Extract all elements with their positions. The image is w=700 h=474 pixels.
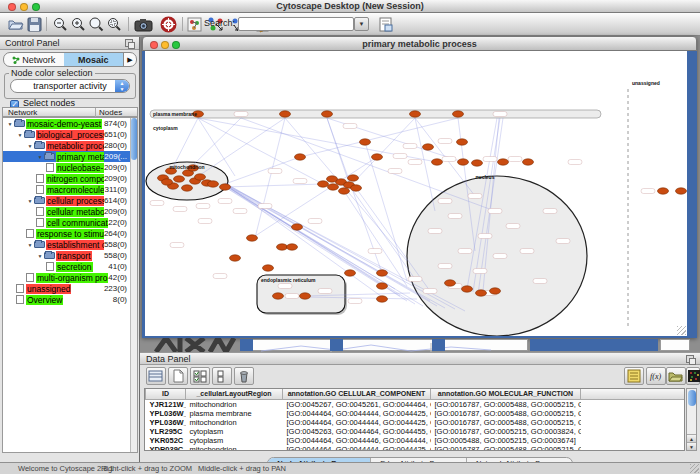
node[interactable] <box>423 144 434 150</box>
node[interactable] <box>300 293 311 299</box>
node[interactable] <box>339 188 350 194</box>
node[interactable] <box>458 159 469 165</box>
window-resize-grip[interactable] <box>677 326 686 335</box>
column-header[interactable]: _cellularLayoutRegion <box>186 389 283 399</box>
node[interactable] <box>345 270 356 276</box>
plasma-membrane-region[interactable] <box>150 110 601 118</box>
node[interactable] <box>523 159 534 165</box>
node[interactable] <box>322 111 333 117</box>
table-scrollbar-thumb[interactable] <box>688 390 696 406</box>
table-row[interactable]: YJR121W__1mitochondrion[GO:0045267, GO:0… <box>146 399 686 409</box>
tree-row[interactable]: ▼transport558(0) <box>3 250 137 261</box>
edge[interactable] <box>225 184 323 187</box>
expander-icon[interactable]: ▼ <box>36 253 44 259</box>
node[interactable] <box>360 139 371 145</box>
search-dropdown-icon[interactable]: ▼ <box>354 17 369 31</box>
attribute-select-icon[interactable] <box>146 367 166 385</box>
save-icon[interactable] <box>26 16 43 33</box>
column-header[interactable]: annotation.GO MOLECULAR_FUNCTION <box>431 389 581 399</box>
table-row[interactable]: YDR039C__1mitochondrion[GO:0044464, GO:0… <box>146 445 686 452</box>
expander-icon[interactable]: ▼ <box>26 242 34 248</box>
tab-overflow-arrow-icon[interactable]: ▶ <box>123 53 136 66</box>
network-canvas[interactable]: plasma membranecytoplasmmitochondrionnuc… <box>145 51 687 336</box>
node[interactable] <box>676 188 687 194</box>
node[interactable] <box>287 244 298 250</box>
select-attributes-icon[interactable] <box>190 367 210 385</box>
network-manager-icon[interactable] <box>186 16 203 33</box>
node[interactable] <box>263 265 274 271</box>
tree-row[interactable]: ▼mosaic-demo-yeast874(0) <box>3 118 137 129</box>
tree-row[interactable]: unassigned223(0) <box>3 283 137 294</box>
node[interactable] <box>280 111 291 117</box>
expander-icon[interactable]: ▼ <box>26 198 34 204</box>
zoom-in-icon[interactable] <box>70 16 87 33</box>
node[interactable] <box>432 159 443 165</box>
node[interactable] <box>327 176 338 182</box>
tree-row[interactable]: ▼metabolic process280(0) <box>3 140 137 151</box>
node[interactable] <box>220 184 231 190</box>
tab-mosaic[interactable]: Mosaic <box>64 53 124 66</box>
node[interactable] <box>472 160 483 166</box>
table-row[interactable]: YPL036W__2plasma membrane[GO:0044464, GO… <box>146 409 686 418</box>
network-graph[interactable]: plasma membranecytoplasmmitochondrionnuc… <box>145 51 687 336</box>
tree-column-network[interactable]: Network <box>8 108 37 117</box>
tree-row[interactable]: ▼biological_process651(0) <box>3 129 137 140</box>
tree-row[interactable]: nucleobase-209(0) <box>3 162 137 173</box>
tree-row[interactable]: ▼establishment of lo558(0) <box>3 239 137 250</box>
node[interactable] <box>292 224 303 230</box>
table-scrollbar[interactable]: ▲ ▼ <box>686 388 697 451</box>
search-input[interactable] <box>238 17 354 31</box>
zoom-out-icon[interactable] <box>52 16 69 33</box>
delete-attribute-icon[interactable] <box>234 367 254 385</box>
background-window[interactable] <box>660 339 690 351</box>
app-resize-grip[interactable] <box>690 464 699 473</box>
tree-row[interactable]: Overview8(0) <box>3 294 137 305</box>
tree-row[interactable]: nitrogen compo209(0) <box>3 173 137 184</box>
tree-row[interactable]: secretion41(0) <box>3 261 137 272</box>
node[interactable] <box>195 174 206 180</box>
column-header[interactable]: ID <box>146 389 186 399</box>
combo-stepper-icon[interactable]: ▲▼ <box>115 80 129 92</box>
node[interactable] <box>247 235 258 241</box>
edge[interactable] <box>225 157 300 184</box>
node[interactable] <box>445 280 456 286</box>
node[interactable] <box>348 175 359 181</box>
network-view-window[interactable]: primary metabolic process plasma membran… <box>142 36 697 338</box>
import-attributes-icon[interactable] <box>666 367 686 385</box>
node[interactable] <box>230 255 241 261</box>
tree-row[interactable]: macromolecule311(0) <box>3 184 137 195</box>
open-file-icon[interactable] <box>7 16 24 33</box>
tree-row[interactable]: cell communicat22(0) <box>3 217 137 228</box>
tab-network[interactable]: Network <box>4 53 64 66</box>
tree-row[interactable]: ▼cellular process614(0) <box>3 195 137 206</box>
node[interactable] <box>462 286 473 292</box>
tree-row[interactable]: cellular metabo209(0) <box>3 206 137 217</box>
node[interactable] <box>277 244 288 250</box>
new-attribute-icon[interactable] <box>168 367 188 385</box>
matrix-icon[interactable] <box>686 367 700 385</box>
float-panel-icon[interactable] <box>125 39 133 47</box>
node[interactable] <box>476 290 487 296</box>
zoom-fit-icon[interactable] <box>88 16 105 33</box>
unselect-attributes-icon[interactable] <box>212 367 232 385</box>
expander-icon[interactable]: ▼ <box>6 121 14 127</box>
tree-scrollbar-thumb[interactable] <box>131 118 137 160</box>
table-row[interactable]: YPL036W__1mitochondrion[GO:0044464, GO:0… <box>146 418 686 427</box>
column-header[interactable]: annotation.GO CELLULAR_COMPONENT <box>283 389 431 399</box>
node[interactable] <box>174 176 185 182</box>
tree-row[interactable]: multi-organism pro42(0) <box>3 272 137 283</box>
zoom-selected-icon[interactable] <box>106 16 123 33</box>
node[interactable] <box>377 283 388 289</box>
node[interactable] <box>208 181 219 187</box>
node[interactable] <box>182 185 193 191</box>
node[interactable] <box>490 288 501 294</box>
scroll-up-icon[interactable]: ▲ <box>687 434 696 442</box>
node[interactable] <box>273 293 284 299</box>
tree-row[interactable]: response to stimulu264(0) <box>3 228 137 239</box>
node[interactable] <box>453 111 464 117</box>
node[interactable] <box>377 296 388 302</box>
attribute-list-icon[interactable] <box>624 367 644 385</box>
node[interactable] <box>295 154 306 160</box>
snapshot-icon[interactable] <box>134 16 154 33</box>
edge[interactable] <box>200 118 285 175</box>
